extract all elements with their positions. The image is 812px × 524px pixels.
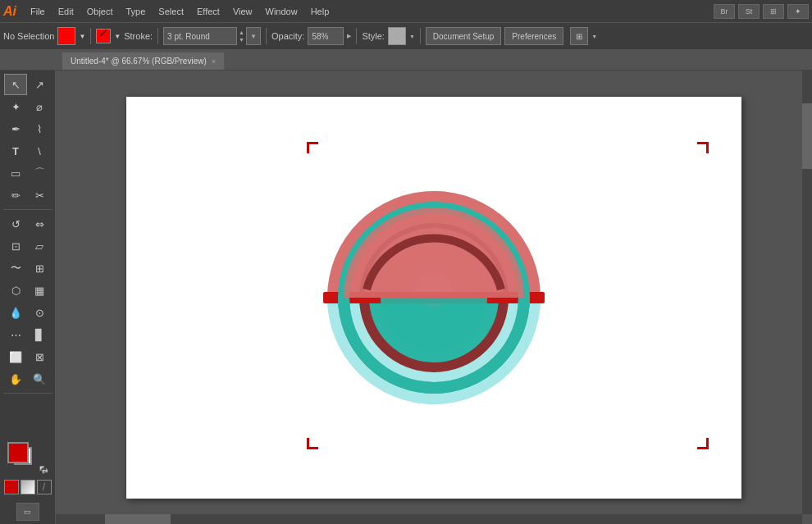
stroke-down-arrow[interactable]: ▼ — [239, 36, 244, 43]
vertical-scrollbar[interactable] — [802, 71, 812, 514]
menu-object[interactable]: Object — [81, 5, 119, 18]
stroke-cap-button[interactable]: ▼ — [246, 27, 261, 45]
arrange-arrow[interactable]: ▼ — [591, 34, 597, 39]
selection-tool[interactable]: ↖ — [4, 74, 27, 95]
rect-tool[interactable]: ▭ — [4, 162, 27, 184]
toolbox: ↖ ↗ ✦ ⌀ ✒ ⌇ T \ ▭ ⌒ ✏ ✂ ↺ ⇔ ⊡ ▱ — [0, 71, 56, 524]
divider-2 — [157, 28, 158, 44]
grid-icon[interactable]: ⊞ — [763, 4, 784, 19]
menu-effect[interactable]: Effect — [191, 5, 226, 18]
style-swatch[interactable] — [388, 27, 406, 45]
hand-tool[interactable]: ✋ — [4, 368, 27, 390]
shear-tool[interactable]: ▱ — [28, 235, 51, 257]
artwork-svg — [319, 183, 549, 412]
divider-3 — [266, 28, 267, 44]
stock-icon[interactable]: St — [738, 4, 760, 19]
tool-row-13: ⬜ ⊠ — [4, 346, 51, 367]
menu-file[interactable]: File — [25, 5, 51, 18]
horizontal-scrollbar[interactable] — [56, 514, 802, 524]
tab-close-button[interactable]: × — [212, 57, 216, 66]
symbol-sprayer-tool[interactable]: ⋯ — [4, 324, 27, 345]
menu-window[interactable]: Window — [260, 5, 303, 18]
menu-help[interactable]: Help — [305, 5, 335, 18]
perspective-grid-tool[interactable]: ▦ — [28, 280, 51, 301]
tool-row-9: 〜 ⊞ — [4, 257, 51, 279]
default-colors-icon[interactable]: ◩ — [39, 465, 45, 472]
scale-tool[interactable]: ⊡ — [4, 235, 27, 257]
color-mode-gradient[interactable] — [21, 480, 35, 494]
bridge-icon[interactable]: Br — [714, 4, 735, 19]
selection-handle-br — [697, 438, 709, 449]
free-transform-tool[interactable]: ⊞ — [28, 257, 51, 279]
scissors-tool[interactable]: ✂ — [28, 185, 51, 206]
stroke-color-swatch[interactable] — [96, 29, 111, 43]
foreground-color[interactable] — [7, 442, 29, 463]
stroke-arrow[interactable]: ▼ — [114, 33, 121, 40]
tab-bar: Untitled-4* @ 66.67% (RGB/Preview) × — [0, 49, 812, 71]
preferences-button[interactable]: Preferences — [504, 27, 563, 45]
slice-tool[interactable]: ⊠ — [28, 346, 51, 367]
arrange-icon[interactable]: ⊞ — [570, 27, 588, 45]
stroke-label: Stroke: — [124, 31, 153, 41]
tool-row-2: ✦ ⌀ — [4, 96, 51, 117]
tool-separator-2 — [3, 393, 52, 394]
canvas-button[interactable]: ▭ — [16, 503, 39, 521]
selection-label: No Selection — [3, 31, 54, 41]
selection-handle-tr — [697, 142, 709, 153]
menu-edit[interactable]: Edit — [52, 5, 80, 18]
menu-type[interactable]: Type — [121, 5, 152, 18]
extension-icons: Br St ⊞ ✦ — [714, 4, 809, 19]
document-setup-button[interactable]: Document Setup — [426, 27, 502, 45]
fg-bg-swatches: ⇄ ◩ — [7, 442, 48, 475]
column-graph-tool[interactable]: ▊ — [28, 324, 51, 345]
style-arrow[interactable]: ▼ — [409, 34, 415, 39]
magic-wand-tool[interactable]: ✦ — [4, 96, 27, 117]
tab-title: Untitled-4* @ 66.67% (RGB/Preview) — [71, 57, 207, 66]
opacity-expand[interactable]: ▶ — [347, 33, 351, 39]
pencil-tool[interactable]: ✏ — [4, 185, 27, 206]
canvas-area — [56, 71, 812, 524]
lasso-tool[interactable]: ⌀ — [28, 96, 51, 117]
eyedropper-tool[interactable]: 💧 — [4, 302, 27, 323]
divider-1 — [90, 28, 91, 44]
line-tool[interactable]: \ — [28, 140, 51, 162]
direct-selection-tool[interactable]: ↗ — [28, 74, 51, 95]
stroke-weight-box: 3 pt. Round — [163, 27, 237, 45]
artboard — [126, 97, 741, 499]
opacity-value[interactable]: 58% — [308, 27, 344, 45]
fill-color-box[interactable] — [57, 27, 75, 45]
pen-tool[interactable]: ✒ — [4, 118, 27, 139]
tool-row-5: ▭ ⌒ — [4, 162, 51, 184]
color-mode-solid[interactable] — [4, 480, 19, 494]
selection-handle-bl — [307, 438, 318, 449]
document-tab[interactable]: Untitled-4* @ 66.67% (RGB/Preview) × — [62, 52, 225, 70]
opacity-label: Opacity: — [271, 31, 304, 41]
curvature-tool[interactable]: ⌇ — [28, 118, 51, 139]
tool-separator — [3, 209, 52, 210]
menubar: Ai File Edit Object Type Select Effect V… — [0, 0, 812, 22]
menu-select[interactable]: Select — [153, 5, 189, 18]
tool-row-14: ✋ 🔍 — [4, 368, 51, 390]
fill-arrow[interactable]: ▼ — [79, 33, 85, 40]
rotate-tool[interactable]: ↺ — [4, 213, 27, 235]
shape-builder-tool[interactable]: ⬡ — [4, 280, 27, 301]
stroke-up-arrow[interactable]: ▲ — [239, 29, 244, 36]
color-mode-none[interactable]: / — [37, 480, 52, 494]
blend-tool[interactable]: ⊙ — [28, 302, 51, 323]
zoom-tool[interactable]: 🔍 — [28, 368, 51, 390]
artboard-tool[interactable]: ⬜ — [4, 346, 27, 367]
menu-view[interactable]: View — [227, 5, 258, 18]
tool-row-3: ✒ ⌇ — [4, 118, 51, 139]
main-area: ↖ ↗ ✦ ⌀ ✒ ⌇ T \ ▭ ⌒ ✏ ✂ ↺ ⇔ ⊡ ▱ — [0, 71, 812, 524]
reflect-tool[interactable]: ⇔ — [28, 213, 51, 235]
tool-row-1: ↖ ↗ — [4, 74, 51, 95]
tool-row-7: ↺ ⇔ — [4, 213, 51, 235]
tool-row-6: ✏ ✂ — [4, 185, 51, 206]
cc-icon[interactable]: ✦ — [787, 4, 809, 19]
tool-row-11: 💧 ⊙ — [4, 302, 51, 323]
tool-row-8: ⊡ ▱ — [4, 235, 51, 257]
type-tool[interactable]: T — [4, 140, 27, 162]
paintbrush-tool[interactable]: ⌒ — [28, 162, 51, 184]
tool-row-12: ⋯ ▊ — [4, 324, 51, 345]
warp-tool[interactable]: 〜 — [4, 257, 27, 279]
